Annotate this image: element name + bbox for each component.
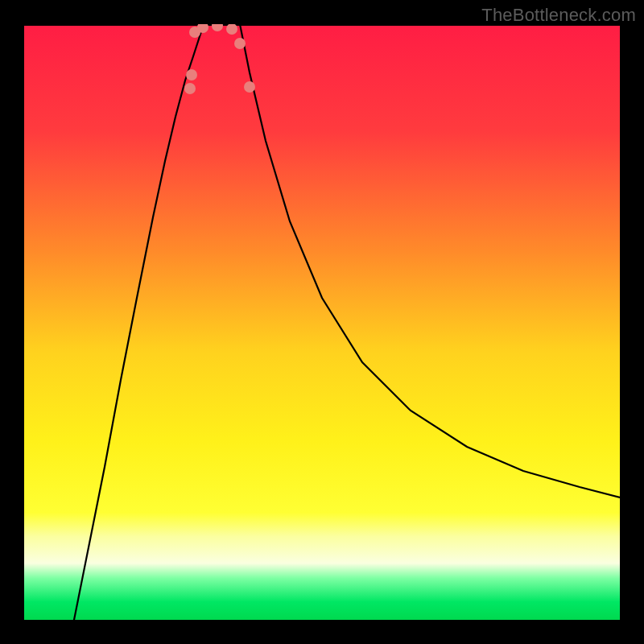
outer-frame: TheBottleneck.com: [0, 0, 644, 644]
dot-right-lower: [234, 38, 246, 49]
watermark-text: TheBottleneck.com: [481, 5, 636, 26]
plot-area: [24, 24, 620, 620]
dot-left-upper: [184, 83, 196, 94]
gradient-background: [24, 24, 620, 620]
dot-left-lower: [186, 69, 197, 80]
chart-svg: [24, 24, 620, 620]
dot-right-upper: [244, 81, 255, 93]
